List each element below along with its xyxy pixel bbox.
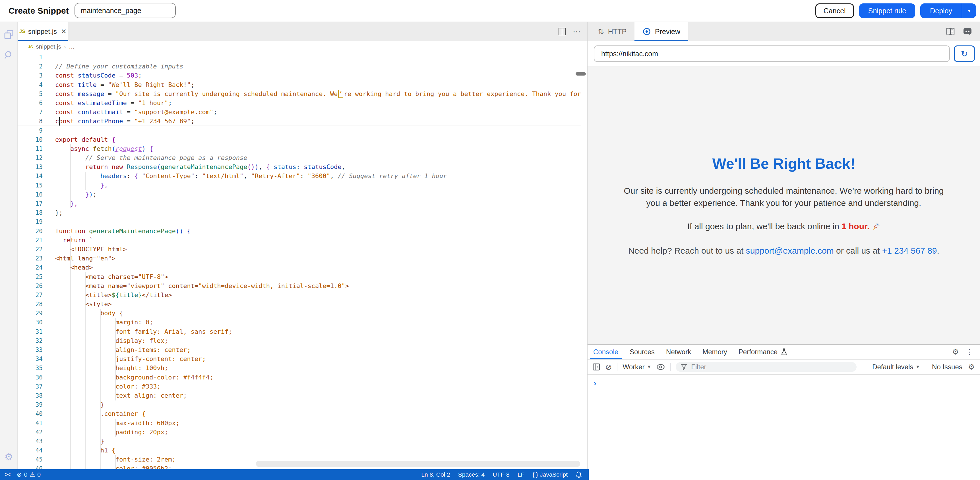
code-line[interactable]: 40 .container { [18, 409, 581, 418]
editor-tab-bar: JS snippet.js ✕ ⋯ [18, 22, 587, 41]
devtools-tab-performance[interactable]: Performance [733, 345, 783, 359]
discord-chat-icon[interactable] [963, 27, 972, 35]
create-snippet-app: Create Snippet Cancel Snippet rule Deplo… [0, 0, 980, 480]
devtools-tab-sources[interactable]: Sources [624, 345, 660, 359]
tab-snippet-js[interactable]: JS snippet.js ✕ [18, 22, 68, 41]
split-editor-icon[interactable] [558, 28, 566, 35]
code-line[interactable]: 34 justify-content: center; [18, 355, 581, 364]
code-line[interactable]: 7const contactEmail = "support@example.c… [18, 108, 581, 117]
devtools-tab-network[interactable]: Network [660, 345, 697, 359]
code-line[interactable]: 43 } [18, 437, 581, 446]
code-line[interactable]: 8const contactPhone = "+1 234 567 89"; [18, 117, 581, 126]
code-line[interactable]: 22 <!DOCTYPE html> [18, 245, 581, 254]
code-line[interactable]: 18}; [18, 208, 581, 217]
code-line[interactable]: 42 padding: 20px; [18, 428, 581, 437]
code-line[interactable]: 32 display: flex; [18, 336, 581, 345]
code-line[interactable]: 39 } [18, 400, 581, 409]
code-line[interactable]: 13 return new Response(generateMaintenan… [18, 162, 581, 171]
snippet-rule-button[interactable]: Snippet rule [859, 3, 915, 18]
remote-indicator-icon[interactable]: >< [5, 472, 10, 478]
execution-context-select[interactable]: Worker ▼ [622, 363, 651, 371]
code-line[interactable]: 6const estimatedTime = "1 hour"; [18, 98, 581, 108]
deploy-dropdown-caret[interactable]: ▾ [962, 3, 976, 18]
bell-icon[interactable] [576, 471, 582, 478]
url-input[interactable] [594, 46, 950, 62]
code-line[interactable]: 12 // Serve the maintenance page as a re… [18, 154, 581, 162]
code-line[interactable]: 3const statusCode = 503; [18, 71, 581, 80]
console-prompt-chevron[interactable]: › [587, 375, 980, 388]
code-line[interactable]: 35 height: 100vh; [18, 364, 581, 373]
console-sidebar-icon[interactable] [593, 363, 600, 371]
code-line[interactable]: 19 [18, 217, 581, 227]
kebab-menu-icon[interactable]: ⋮ [966, 348, 973, 356]
page-title: Create Snippet [8, 0, 69, 22]
cancel-button[interactable]: Cancel [815, 3, 854, 18]
clear-console-icon[interactable]: ⊘ [605, 363, 612, 372]
code-line[interactable]: 41 max-width: 600px; [18, 419, 581, 428]
snippet-name-input[interactable] [75, 3, 176, 18]
filter-funnel-icon [681, 364, 687, 370]
code-line[interactable]: 31 font-family: Arial, sans-serif; [18, 327, 581, 336]
code-line[interactable]: 24 <head> [18, 263, 581, 272]
code-line[interactable]: 21 return ` [18, 236, 581, 245]
code-line[interactable]: 11 async fetch(request) { [18, 144, 581, 154]
code-line[interactable]: 25 <meta charset="UTF-8"> [18, 272, 581, 282]
code-line[interactable]: 20function generateMaintenancePage() { [18, 227, 581, 236]
console-settings-icon[interactable]: ⚙ [968, 363, 975, 372]
phone-link[interactable]: +1 234 567 89 [882, 246, 937, 255]
code-line[interactable]: 4const title = "We'll Be Right Back!"; [18, 80, 581, 89]
more-actions-icon[interactable]: ⋯ [573, 27, 581, 36]
console-filter-input[interactable]: Filter [676, 362, 857, 372]
preview-eye-icon [643, 27, 651, 36]
search-icon[interactable] [0, 47, 18, 63]
devtools-tab-memory[interactable]: Memory [697, 345, 733, 359]
code-line[interactable]: 37 color: #333; [18, 382, 581, 391]
code-line[interactable]: 17 }, [18, 199, 581, 208]
issues-counter[interactable]: No Issues [932, 363, 963, 371]
devtools-tab-console[interactable]: Console [587, 345, 624, 359]
problems-indicator[interactable]: ⊗0 ⚠0 [17, 471, 41, 478]
code-line[interactable]: 28 <style> [18, 299, 581, 309]
live-expression-eye-icon[interactable] [656, 364, 665, 370]
eol[interactable]: LF [518, 471, 525, 478]
docs-book-icon[interactable] [946, 27, 955, 35]
refresh-button[interactable]: ↻ [954, 46, 975, 62]
code-line[interactable]: 26 <meta name="viewport" content="width=… [18, 282, 581, 291]
encoding[interactable]: UTF-8 [493, 471, 510, 478]
breadcrumb[interactable]: JS snippet.js › … [18, 41, 587, 52]
cursor-position[interactable]: Ln 8, Col 2 [421, 471, 450, 478]
preview-tab-bar: ⇅ HTTP Preview [587, 22, 980, 41]
code-line[interactable]: 29 body { [18, 309, 581, 318]
files-icon[interactable] [0, 27, 18, 43]
code-line[interactable]: 1 [18, 53, 581, 62]
code-editor[interactable]: 12// Define your customizable inputs3con… [18, 52, 587, 469]
code-line[interactable]: 5const message = "Our site is currently … [18, 89, 581, 98]
refresh-icon: ↻ [961, 49, 968, 59]
tab-preview[interactable]: Preview [635, 22, 688, 41]
horizontal-scrollbar[interactable] [256, 461, 580, 467]
code-line[interactable]: 9 [18, 126, 581, 135]
code-line[interactable]: 14 headers: { "Content-Type": "text/html… [18, 171, 581, 181]
close-icon[interactable]: ✕ [61, 27, 67, 35]
code-line[interactable]: 2// Define your customizable inputs [18, 62, 581, 71]
code-line[interactable]: 38 text-align: center; [18, 391, 581, 400]
code-line[interactable]: 15 }, [18, 181, 581, 190]
log-levels-select[interactable]: Default levels ▼ [872, 363, 920, 371]
code-line[interactable]: 36 background-color: #f4f4f4; [18, 373, 581, 382]
code-line[interactable]: 10export default { [18, 135, 581, 144]
settings-gear-icon[interactable]: ⚙ [0, 449, 18, 465]
code-line[interactable]: 27 <title>${title}</title> [18, 291, 581, 299]
code-line[interactable]: 33 align-items: center; [18, 345, 581, 355]
deploy-button[interactable]: Deploy [920, 3, 962, 18]
editor-actions: ⋯ [558, 22, 581, 41]
devtools-settings-icon[interactable]: ⚙ [952, 347, 959, 356]
support-email-link[interactable]: support@example.com [746, 246, 834, 255]
code-line[interactable]: 16 }); [18, 190, 581, 199]
code-line[interactable]: 23<html lang="en"> [18, 254, 581, 263]
language-mode[interactable]: { } JavaScript [532, 471, 568, 478]
tab-http[interactable]: ⇅ HTTP [590, 22, 635, 41]
indentation[interactable]: Spaces: 4 [458, 471, 485, 478]
maintenance-description: Our site is currently undergoing schedul… [619, 185, 948, 209]
code-line[interactable]: 30 margin: 0; [18, 318, 581, 327]
code-line[interactable]: 44 h1 { [18, 446, 581, 455]
